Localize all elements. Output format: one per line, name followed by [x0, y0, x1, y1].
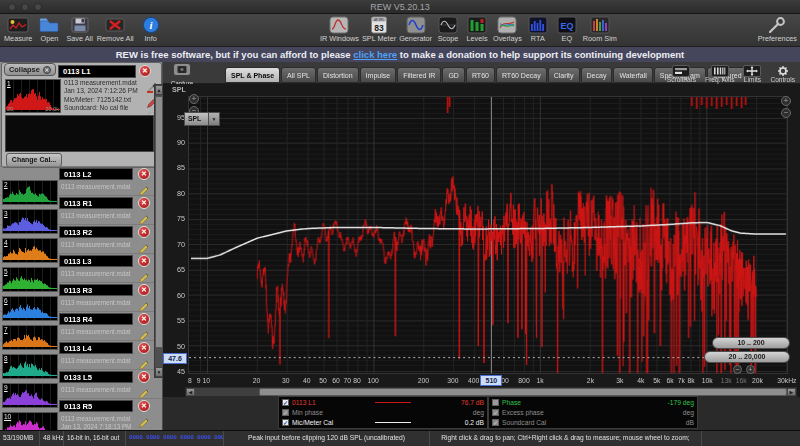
delete-measurement-button[interactable]: ✕: [138, 255, 150, 267]
toolbar-button-ir-windows[interactable]: IR Windows: [320, 15, 359, 43]
zoom-out-icon[interactable]: −: [733, 365, 742, 374]
tab-decay[interactable]: Decay: [581, 67, 613, 83]
view-button-controls[interactable]: Controls: [770, 63, 795, 84]
legend-trace-label: Mic/Meter Cal: [292, 419, 372, 426]
edit-notes-icon[interactable]: [139, 240, 149, 250]
measurement-notes-input[interactable]: [5, 115, 154, 152]
edit-notes-icon[interactable]: [139, 269, 149, 279]
collapse-button[interactable]: Collapse ✕: [4, 63, 56, 76]
delete-measurement-button[interactable]: ✕: [138, 400, 150, 412]
freq-range-button-bass[interactable]: 10 .. 200: [712, 337, 790, 349]
view-button-limits[interactable]: Limits: [743, 63, 761, 84]
delete-measurement-button[interactable]: ✕: [138, 371, 150, 383]
horizontal-scroll-thumb[interactable]: [259, 388, 787, 396]
toolbar-button-room-sim[interactable]: Room Sim: [583, 15, 617, 43]
measurement-name-input[interactable]: 0113 R5: [59, 400, 133, 412]
measurement-thumbnail[interactable]: 1 20 20.0k: [5, 79, 61, 113]
zoom-in-icon[interactable]: +: [746, 365, 755, 374]
x-zoom-in-icon[interactable]: +: [781, 96, 791, 106]
delete-measurement-button[interactable]: ✕: [138, 168, 150, 180]
measurement-name-input[interactable]: 0113 L4: [59, 342, 133, 354]
delete-measurement-button[interactable]: ✕: [138, 197, 150, 209]
toolbar-button-levels[interactable]: Levels: [464, 15, 490, 43]
edit-notes-icon[interactable]: [139, 182, 149, 192]
edit-notes-icon[interactable]: [139, 356, 149, 366]
measurement-thumbnail[interactable]: 5: [2, 267, 58, 292]
legend-checkbox-soundcard-cal[interactable]: ✓: [492, 419, 499, 426]
measurement-thumbnail[interactable]: 7: [2, 325, 58, 350]
measurement-name-input[interactable]: 0113 L1: [58, 65, 136, 78]
measurement-name-input[interactable]: 0133 L5: [59, 371, 133, 383]
toolbar-button-open[interactable]: Open: [36, 15, 62, 43]
delete-measurement-button[interactable]: ✕: [138, 342, 150, 354]
tab-filtered-ir[interactable]: Filtered IR: [397, 67, 441, 83]
y-axis-unit-dropdown[interactable]: SPL ▼: [184, 112, 220, 126]
tab-clarity[interactable]: Clarity: [548, 67, 580, 83]
tab-gd[interactable]: GD: [442, 67, 465, 83]
delete-measurement-button[interactable]: ✕: [138, 226, 150, 238]
spl-phase-plot[interactable]: [188, 96, 788, 374]
measurement-thumbnail[interactable]: 2: [2, 180, 58, 205]
legend-checkbox-min-phase[interactable]: ✓: [282, 409, 289, 416]
selected-measurement-card[interactable]: 0113 L1 ✕ 1 20 20.0k 0113 measurement.md…: [1, 62, 162, 168]
measurement-name-input[interactable]: 0113 R4: [59, 313, 133, 325]
toolbar-button-generator[interactable]: Generator: [399, 15, 432, 43]
toolbar-button-spl-meter[interactable]: dB SPL83SPL Meter: [362, 15, 396, 43]
scroll-left-icon[interactable]: ◀: [186, 388, 195, 396]
tab-all-spl[interactable]: All SPL: [281, 67, 316, 83]
measurement-thumbnail[interactable]: 6: [2, 296, 58, 321]
toolbar-button-overlays[interactable]: Overlays: [493, 15, 522, 43]
measurement-thumbnail[interactable]: 3: [2, 209, 58, 234]
toolbar-button-save-all[interactable]: Save All: [66, 15, 92, 43]
y-zoom-in-icon[interactable]: +: [189, 94, 199, 104]
vertical-scroll-thumb[interactable]: [155, 96, 163, 348]
measurement-name-input[interactable]: 0113 L3: [59, 255, 133, 267]
tab-impulse[interactable]: Impulse: [360, 67, 397, 83]
x-zoom-out-icon[interactable]: −: [781, 108, 791, 118]
measurement-thumbnail[interactable]: 9: [2, 383, 58, 408]
measurement-name-input[interactable]: 0113 R3: [59, 284, 133, 296]
toolbar-button-label: Info: [145, 34, 157, 43]
edit-notes-icon[interactable]: [139, 414, 149, 424]
measurement-thumbnail[interactable]: 10: [2, 412, 58, 430]
capture-button[interactable]: Capture: [166, 62, 198, 84]
tab-rt60-decay[interactable]: RT60 Decay: [496, 67, 547, 83]
measurement-thumbnail[interactable]: 8: [2, 354, 58, 379]
tab-spl-phase[interactable]: SPL & Phase: [225, 67, 280, 83]
measurement-thumbnail[interactable]: 4: [2, 238, 58, 263]
toolbar-button-rta[interactable]: RTA: [525, 15, 551, 43]
legend-checkbox-mic-meter-cal[interactable]: ✓: [282, 419, 289, 426]
delete-measurement-button[interactable]: ✕: [139, 65, 151, 77]
edit-notes-icon[interactable]: [139, 327, 149, 337]
change-cal-button[interactable]: Change Cal...: [6, 153, 62, 167]
legend-checkbox-0113-l1[interactable]: ✓: [282, 399, 289, 406]
tab-distortion[interactable]: Distortion: [317, 67, 359, 83]
measurement-name-input[interactable]: 0113 R2: [59, 226, 133, 238]
measurement-name-input[interactable]: 0113 R1: [59, 197, 133, 209]
edit-notes-icon[interactable]: [139, 298, 149, 308]
legend-checkbox-excess-phase[interactable]: ✓: [492, 409, 499, 416]
edit-notes-icon[interactable]: [139, 211, 149, 221]
scroll-up-icon[interactable]: ▲: [155, 85, 163, 95]
scroll-right-icon[interactable]: ▶: [787, 388, 796, 396]
toolbar-right-group: IR WindowsdB SPL83SPL MeterGeneratorScop…: [320, 15, 617, 43]
delete-measurement-button[interactable]: ✕: [138, 284, 150, 296]
toolbar-button-remove-all[interactable]: Remove All: [97, 15, 134, 43]
toolbar-button-measure[interactable]: Measure: [4, 15, 32, 43]
scroll-down-icon[interactable]: ▼: [155, 367, 163, 377]
toolbar-button-scope[interactable]: Scope: [435, 15, 461, 43]
measurement-name-input[interactable]: 0113 L2: [59, 168, 133, 180]
toolbar-button-eq[interactable]: EQEQ: [554, 15, 580, 43]
toolbar-button-info[interactable]: iInfo: [138, 15, 164, 43]
tab-waterfall[interactable]: Waterfall: [613, 67, 652, 83]
donation-link[interactable]: click here: [353, 49, 397, 60]
toolbar-button-preferences[interactable]: Preferences: [758, 15, 797, 43]
freq-range-button-full[interactable]: 20 .. 20,000: [704, 351, 790, 363]
view-button-freq-axis[interactable]: Freq. Axis: [705, 63, 734, 84]
view-button-scrollbars[interactable]: Scrollbars: [667, 63, 696, 84]
measurement-list-item-0113-l2[interactable]: 0113 L2✕20113 measurement.mdat: [0, 166, 163, 195]
edit-notes-icon[interactable]: [139, 385, 149, 395]
tab-rt60[interactable]: RT60: [466, 67, 495, 83]
legend-checkbox-phase[interactable]: [492, 399, 499, 406]
delete-measurement-button[interactable]: ✕: [138, 313, 150, 325]
